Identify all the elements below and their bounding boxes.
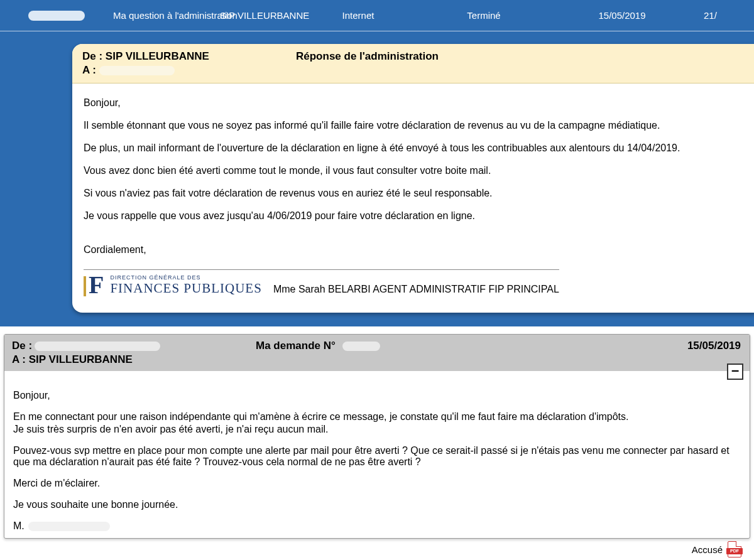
redacted-sender: [35, 342, 160, 351]
request-number-label: Ma demande N°: [256, 340, 380, 352]
col-tail: 21/: [691, 10, 729, 21]
request-signature: M.: [13, 520, 741, 532]
logo-mark: F: [84, 272, 104, 298]
collapse-button[interactable]: –: [727, 363, 743, 380]
reply-greet: Bonjour,: [84, 97, 746, 109]
reply-from-label: De :: [82, 50, 102, 62]
footer-strip: Accusé PDF: [0, 539, 754, 557]
redacted-user-name: [28, 522, 110, 531]
request-date: 15/05/2019: [687, 340, 741, 352]
user-request-card: De : Ma demande N° 15/05/2019 A : SIP VI…: [4, 334, 750, 539]
admin-reply-card: De : SIP VILLEURBANNE A : Réponse de l'a…: [72, 44, 754, 313]
col-status: Terminé: [415, 10, 553, 21]
col-question: Ma question à l'administration: [101, 10, 207, 21]
request-p1: En me connectant pour une raison indépen…: [13, 411, 741, 423]
pdf-icon[interactable]: PDF: [728, 541, 741, 557]
request-p2: Pouvez-vous svp mettre en place pour mon…: [13, 445, 741, 468]
agent-name: Mme Sarah BELARBI AGENT ADMINISTRATIF FI…: [273, 275, 559, 295]
reply-header: De : SIP VILLEURBANNE A : Réponse de l'a…: [72, 44, 754, 83]
reply-p3: Vous avez donc bien été averti comme tou…: [84, 165, 746, 176]
col-channel: Internet: [302, 10, 415, 21]
reply-p1: Il semble étonnant que vous ne soyez pas…: [84, 120, 746, 131]
reply-body: Bonjour, Il semble étonnant que vous ne …: [72, 83, 754, 313]
pdf-band: PDF: [726, 548, 743, 554]
redacted-ref: [28, 11, 85, 21]
col-date: 15/05/2019: [553, 10, 691, 21]
logo-small: DIRECTION GÉNÉRALE DES: [110, 274, 261, 281]
request-p3: Merci de m'éclairer.: [13, 478, 741, 489]
request-from-label: De :: [12, 340, 32, 352]
reply-from-value: SIP VILLEURBANNE: [106, 50, 209, 62]
accuse-label: Accusé: [692, 544, 723, 555]
signature-row: F DIRECTION GÉNÉRALE DES FINANCES PUBLIQ…: [84, 269, 559, 298]
reply-area: De : SIP VILLEURBANNE A : Réponse de l'a…: [0, 31, 754, 326]
reply-p4: Si vous n'aviez pas fait votre déclarati…: [84, 188, 746, 199]
request-header: De : Ma demande N° 15/05/2019 A : SIP VI…: [4, 335, 750, 371]
redacted-request-number: [342, 342, 380, 351]
logo-big: FINANCES PUBLIQUES: [110, 281, 261, 296]
request-to-label: A :: [12, 353, 26, 365]
request-p1b: Je suis très surpris de n'en avoir pas é…: [13, 424, 741, 435]
reply-to-label: A :: [82, 64, 96, 76]
col-sip: SIP VILLEURBANNE: [207, 10, 302, 21]
request-p4: Je vous souhaite une bonne journée.: [13, 499, 741, 510]
reply-title: Réponse de l'administration: [296, 50, 439, 63]
finances-publiques-logo: F DIRECTION GÉNÉRALE DES FINANCES PUBLIQ…: [84, 272, 262, 298]
reply-closing: Cordialement,: [84, 244, 746, 256]
reply-p5: Je vous rappelle que vous avez jusqu'au …: [84, 210, 746, 222]
request-to-value: SIP VILLEURBANNE: [29, 353, 133, 365]
request-body: Bonjour, En me connectant pour une raiso…: [4, 371, 750, 538]
summary-row[interactable]: Ma question à l'administration SIP VILLE…: [0, 0, 754, 31]
request-greet: Bonjour,: [13, 390, 741, 401]
redacted-recipient: [99, 66, 175, 75]
reply-p2: De plus, un mail informant de l'ouvertur…: [84, 143, 746, 154]
